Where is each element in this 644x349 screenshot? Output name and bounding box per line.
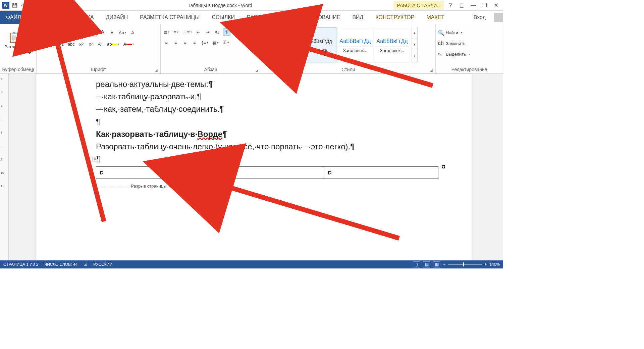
show-pilcrow-button[interactable]: ¶: [223, 28, 230, 36]
ribbon-options-icon[interactable]: ⬚: [457, 1, 467, 9]
status-page[interactable]: СТРАНИЦА 1 ИЗ 2: [3, 262, 38, 267]
style-normal[interactable]: АаБбВвГгДд ный: [263, 27, 300, 62]
text-line[interactable]: реально·актуальны·две·темы:¶: [96, 78, 472, 90]
undo-icon[interactable]: ↶▾: [20, 2, 27, 9]
dialog-launcher-icon[interactable]: ◢: [31, 68, 34, 72]
strikethrough-button[interactable]: abc: [67, 40, 76, 48]
tab-mailings[interactable]: РАССЫЛКИ: [241, 11, 283, 24]
tab-home[interactable]: ГЛАВНАЯ: [27, 11, 63, 24]
document-title: Таблицы в Ворде.docx - Word: [46, 3, 393, 8]
style-no-spacing[interactable]: АаБбВвГгДд ¶ Без инте...: [300, 27, 336, 62]
line-spacing-icon[interactable]: ‡≡▾: [200, 39, 209, 46]
zoom-in-icon[interactable]: +: [484, 262, 487, 267]
tab-file[interactable]: ФАЙЛ: [0, 11, 27, 24]
redo-icon[interactable]: ↷: [29, 2, 36, 9]
align-left-icon[interactable]: ≡: [163, 39, 170, 46]
grow-font-icon[interactable]: A: [99, 29, 106, 36]
zoom-out-icon[interactable]: −: [443, 262, 445, 267]
align-right-icon[interactable]: ≡: [181, 39, 189, 46]
select-button[interactable]: ↖Выделить▾: [438, 49, 470, 59]
table-move-handle-icon[interactable]: ✥: [93, 157, 97, 161]
scroll-up-icon[interactable]: ▲: [412, 27, 417, 39]
text-line[interactable]: ─·как,·затем,·таблицу·соединить.¶: [96, 103, 472, 115]
table-cell[interactable]: ¤: [324, 167, 438, 179]
align-center-icon[interactable]: ≡: [172, 39, 179, 46]
clear-format-icon[interactable]: A̷: [129, 29, 137, 36]
change-case-icon[interactable]: Aa▾: [118, 29, 127, 36]
increase-indent-icon[interactable]: ⇥: [204, 28, 212, 36]
bold-button[interactable]: Ж: [39, 40, 46, 48]
borders-icon[interactable]: 田▾: [221, 39, 230, 46]
italic-button[interactable]: К: [48, 40, 55, 48]
subscript-button[interactable]: x2: [78, 40, 85, 48]
scroll-down-icon[interactable]: ▼: [412, 39, 417, 51]
format-painter-icon[interactable]: 🖌: [27, 48, 34, 55]
shading-icon[interactable]: ▦▾: [211, 39, 219, 46]
tab-table-layout[interactable]: МАКЕТ: [420, 11, 450, 24]
paste-button[interactable]: 📋 Вставить ▾: [2, 26, 25, 59]
status-spellcheck-icon[interactable]: ☑: [84, 262, 87, 267]
underline-button[interactable]: Ч▾: [57, 40, 65, 48]
justify-icon[interactable]: ≡: [191, 39, 198, 46]
find-button[interactable]: 🔍Найти▾: [438, 28, 462, 38]
style-preview: АаБбВвГгДд: [376, 35, 408, 46]
zoom-level[interactable]: 140%: [489, 262, 500, 267]
restore-icon[interactable]: ❐: [480, 1, 490, 9]
close-icon[interactable]: ✕: [491, 1, 501, 9]
heading-line[interactable]: Как·разорвать·таблицу·в·Ворде¶: [96, 128, 472, 140]
help-icon[interactable]: ?: [445, 1, 455, 9]
dialog-launcher-icon[interactable]: ◢: [430, 68, 433, 72]
table-cell[interactable]: ¤: [210, 167, 324, 179]
font-color-icon[interactable]: A▾: [122, 40, 135, 48]
sort-icon[interactable]: A↓: [214, 28, 221, 36]
bullets-icon[interactable]: ≣▾: [163, 28, 170, 36]
replace-button[interactable]: abЗаменить: [438, 38, 465, 48]
document-content[interactable]: реально·актуальны·две·темы:¶ ─·как·табли…: [36, 78, 472, 165]
minimize-icon[interactable]: ―: [468, 1, 478, 9]
cut-icon[interactable]: ✂: [27, 29, 34, 37]
dialog-launcher-icon[interactable]: ◢: [256, 68, 258, 72]
status-word-count[interactable]: ЧИСЛО СЛОВ: 44: [44, 262, 77, 267]
document-table[interactable]: ¤ ¤ ¤: [96, 166, 438, 179]
tab-insert[interactable]: ВСТАВКА: [64, 11, 100, 24]
tab-view[interactable]: ВИД: [346, 11, 369, 24]
decrease-indent-icon[interactable]: ⇤: [195, 28, 202, 36]
tab-page-layout[interactable]: РАЗМЕТКА СТРАНИЦЫ: [134, 11, 206, 24]
qat-customize-icon[interactable]: ▾: [38, 2, 44, 9]
multilevel-list-icon[interactable]: ⋮≡▾: [182, 28, 193, 36]
web-layout-icon[interactable]: ▦: [433, 261, 440, 267]
print-layout-icon[interactable]: ▤: [423, 261, 430, 267]
user-avatar-icon[interactable]: [494, 13, 503, 22]
save-icon[interactable]: 💾: [11, 2, 18, 9]
read-mode-icon[interactable]: ▯: [413, 261, 420, 267]
table-cell[interactable]: ¤: [96, 167, 210, 179]
zoom-slider[interactable]: [448, 264, 482, 265]
font-family-combo[interactable]: Calibri (Осно▾: [39, 28, 79, 37]
table-row[interactable]: ¤ ¤ ¤: [96, 167, 438, 179]
text-line[interactable]: ─·как·таблицу·разорвать·и,¶: [96, 90, 472, 103]
dialog-launcher-icon[interactable]: ◢: [155, 68, 158, 72]
tab-review[interactable]: РЕЦЕНЗИРОВАНИЕ: [283, 11, 346, 24]
copy-icon[interactable]: ⧉: [27, 39, 34, 46]
text-line[interactable]: ¶: [96, 115, 472, 128]
style-heading1[interactable]: АаБбВвГгДд Заголовок...: [337, 27, 373, 62]
signin-link[interactable]: Вход: [468, 14, 492, 20]
styles-gallery[interactable]: АаБбВвГгДд ный АаБбВвГгДд ¶ Без инте... …: [263, 26, 418, 62]
superscript-button[interactable]: x2: [87, 40, 95, 48]
gallery-expand-icon[interactable]: ▾: [412, 50, 417, 62]
style-heading2[interactable]: АаБбВвГгДд Заголовок...: [374, 27, 410, 62]
shrink-font-icon[interactable]: A: [108, 29, 116, 36]
text-line[interactable]: ¶: [96, 153, 472, 165]
tab-design[interactable]: ДИЗАЙН: [100, 11, 134, 24]
tab-references[interactable]: ССЫЛКИ: [206, 11, 241, 24]
style-gallery-scrollbar[interactable]: ▲ ▼ ▾: [412, 27, 418, 62]
tab-constructor[interactable]: КОНСТРУКТОР: [369, 11, 420, 24]
highlight-color-icon[interactable]: ab▾: [106, 40, 120, 48]
status-language[interactable]: РУССКИЙ: [93, 262, 112, 267]
font-size-combo[interactable]: 14▾: [81, 28, 97, 37]
numbering-icon[interactable]: ≡▾: [172, 28, 180, 36]
document-page[interactable]: реально·актуальны·две·темы:¶ ─·как·табли…: [36, 74, 472, 260]
text-line[interactable]: Разорвать·таблицу·очень·легко·(у·нас·всё…: [96, 140, 472, 153]
text-effects-icon[interactable]: A▾: [97, 40, 104, 48]
vertical-ruler[interactable]: 3 4 5 6 7 8 9 10 11: [0, 74, 9, 260]
